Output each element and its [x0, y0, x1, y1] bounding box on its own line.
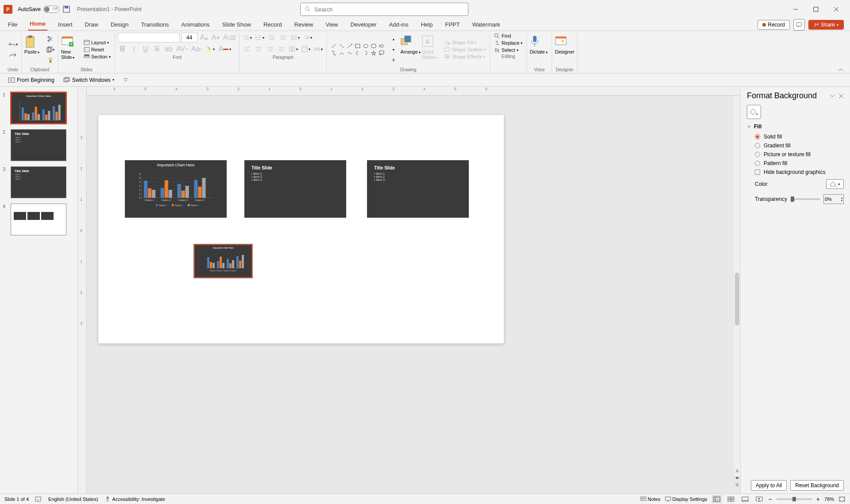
fit-to-window-button[interactable]	[838, 496, 846, 502]
tab-view[interactable]: View	[324, 19, 340, 31]
text-direction-button[interactable]: ↕A	[302, 33, 313, 42]
tab-record[interactable]: Record	[262, 19, 284, 31]
shape-outline-button[interactable]: Shape Outline▾	[443, 46, 487, 53]
strikethrough-button[interactable]: S	[152, 44, 162, 54]
change-case-button[interactable]: Aa	[190, 44, 204, 54]
shapes-expand-button[interactable]: ⊽	[389, 55, 398, 65]
slide-thumbnail-panel[interactable]: 1 Important Chart Here 2 Title Slide • I…	[0, 87, 78, 493]
tab-help[interactable]: Help	[419, 19, 435, 31]
solid-fill-radio[interactable]: Solid fill	[747, 132, 844, 141]
replace-button[interactable]: Replace▾	[493, 40, 524, 46]
shapes-gallery[interactable]	[329, 42, 386, 57]
reset-background-button[interactable]: Reset Background	[790, 480, 844, 491]
smartart-button[interactable]	[313, 44, 324, 54]
highlight-button[interactable]	[205, 44, 216, 54]
increase-indent-button[interactable]	[278, 33, 288, 42]
slide-thumbnail-2[interactable]: Title Slide • Item 1• Item 2• Item 3	[11, 129, 66, 161]
language-status[interactable]: English (United States)	[48, 496, 98, 502]
cut-button[interactable]	[46, 34, 55, 44]
section-button[interactable]: Section▾	[82, 54, 112, 60]
vertical-scrollbar[interactable]	[734, 96, 740, 476]
tab-insert[interactable]: Insert	[56, 19, 74, 31]
tab-transitions[interactable]: Transitions	[139, 19, 170, 31]
slideshow-view-button[interactable]	[754, 495, 764, 503]
tab-file[interactable]: File	[6, 19, 19, 31]
tab-addins[interactable]: Add-ins	[387, 19, 410, 31]
font-size-select[interactable]	[182, 33, 197, 42]
find-button[interactable]: Find	[493, 33, 524, 39]
decrease-font-button[interactable]: A▾	[211, 33, 220, 42]
italic-button[interactable]: I	[129, 44, 139, 54]
quick-styles-button[interactable]: A Quick Styles	[421, 35, 441, 64]
embedded-slide-title-1[interactable]: Title Slide • Item 1 • Item 2 • Item 3	[244, 160, 346, 218]
char-spacing-button[interactable]: AV	[175, 44, 189, 54]
tab-watermark[interactable]: Watermark	[471, 19, 502, 31]
reading-view-button[interactable]	[740, 495, 750, 503]
columns-button[interactable]	[288, 44, 299, 54]
notes-button[interactable]: Notes	[640, 496, 661, 502]
line-shape[interactable]	[338, 43, 345, 49]
comments-button[interactable]	[793, 19, 805, 31]
dictate-button[interactable]: Dictate	[529, 35, 549, 64]
curve-shape[interactable]	[338, 50, 345, 56]
normal-view-button[interactable]	[712, 495, 722, 503]
embedded-slide-title-2[interactable]: Title Slide • Item 1 • Item 2 • Item 3	[367, 160, 469, 218]
shapes-more-button[interactable]: ▴	[389, 34, 398, 44]
rounded-rect-shape[interactable]	[370, 43, 377, 49]
tab-animations[interactable]: Animations	[180, 19, 212, 31]
prev-slide-button[interactable]	[734, 469, 740, 475]
slide-thumbnail-4[interactable]	[11, 204, 66, 235]
tab-developer[interactable]: Developer	[348, 19, 378, 31]
from-beginning-button[interactable]: From Beginning	[6, 76, 56, 84]
zoom-slider[interactable]	[777, 498, 812, 500]
brace-shape[interactable]	[362, 50, 369, 56]
oval-shape[interactable]	[362, 43, 369, 49]
slide-thumbnail-1[interactable]: Important Chart Here	[11, 92, 66, 124]
transparency-slider[interactable]	[791, 198, 820, 200]
search-input[interactable]	[314, 6, 464, 13]
line-arrow-shape[interactable]	[346, 43, 353, 49]
zoom-in-button[interactable]: +	[816, 496, 820, 503]
align-center-button[interactable]	[254, 44, 263, 54]
switch-windows-button[interactable]: Switch Windows▾	[62, 76, 116, 84]
elbow-connector[interactable]	[330, 50, 337, 56]
designer-button[interactable]: Designer	[555, 35, 574, 64]
maximize-button[interactable]	[806, 2, 826, 16]
collapse-ribbon-button[interactable]	[838, 68, 844, 73]
line-shape[interactable]	[330, 43, 337, 49]
font-family-select[interactable]	[118, 33, 180, 42]
slide-thumbnail-3[interactable]: Title Slide • Item 1• Item 2• Item 3	[11, 166, 66, 198]
align-left-button[interactable]	[242, 44, 252, 54]
fill-options-icon[interactable]	[747, 105, 761, 119]
layout-button[interactable]: Layout▾	[82, 39, 112, 46]
autosave-toggle[interactable]: Off	[43, 6, 59, 13]
line-spacing-button[interactable]	[290, 33, 301, 42]
select-button[interactable]: Select▾	[493, 47, 524, 53]
tab-review[interactable]: Review	[293, 19, 315, 31]
slide-counter[interactable]: Slide 1 of 4	[4, 496, 29, 502]
gradient-fill-radio[interactable]: Gradient fill	[747, 141, 844, 150]
increase-font-button[interactable]: A▴	[199, 33, 209, 42]
picture-fill-radio[interactable]: Picture or texture fill	[747, 150, 844, 159]
share-button[interactable]: Share▾	[808, 20, 844, 30]
decrease-indent-button[interactable]	[267, 33, 277, 42]
zoom-out-button[interactable]: −	[769, 496, 772, 503]
tab-slideshow[interactable]: Slide Show	[220, 19, 253, 31]
undo-button[interactable]: ▾	[7, 39, 19, 49]
paste-button[interactable]: Paste	[24, 35, 44, 64]
redo-button[interactable]	[7, 50, 19, 60]
spell-check-icon[interactable]: ✓	[35, 496, 42, 502]
embedded-slide-chart[interactable]: Important Chart Here 6 5 4 3 2 1 0	[125, 160, 227, 218]
callout-shape[interactable]	[378, 50, 385, 56]
pane-close-button[interactable]	[838, 93, 844, 99]
tab-home[interactable]: Home	[28, 19, 47, 31]
minimize-button[interactable]	[785, 2, 806, 16]
star-shape[interactable]	[370, 50, 377, 56]
shape-effects-button[interactable]: Shape Effects▾	[443, 54, 487, 60]
pane-options-button[interactable]	[830, 93, 835, 99]
fit-slide-button[interactable]	[734, 475, 740, 481]
close-button[interactable]	[826, 2, 846, 16]
align-text-button[interactable]	[301, 44, 311, 54]
tab-fppt[interactable]: FPPT	[443, 19, 461, 31]
tab-draw[interactable]: Draw	[83, 19, 100, 31]
